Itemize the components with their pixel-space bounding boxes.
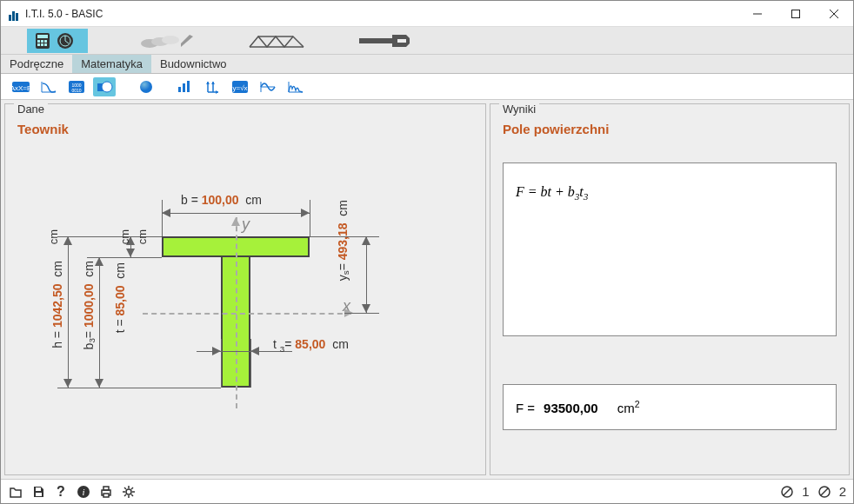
svg-rect-6 [37, 40, 40, 43]
tool-formula-icon[interactable]: y=√x [229, 77, 251, 96]
y-axis-label: y [242, 216, 250, 234]
svg-rect-5 [37, 35, 48, 38]
svg-rect-51 [103, 487, 109, 490]
app-icon [6, 7, 20, 21]
svg-rect-11 [44, 43, 47, 46]
tool-sine-icon[interactable] [257, 77, 279, 96]
content-area: Dane Teownik y x [1, 100, 853, 479]
results-panel-title: Pole powierzchni [503, 122, 837, 136]
svg-rect-21 [359, 38, 392, 43]
svg-text:0010: 0010 [71, 88, 81, 93]
maximize-button[interactable] [777, 1, 815, 27]
result-label: F = [516, 401, 540, 415]
svg-rect-33 [187, 81, 190, 92]
close-button[interactable] [815, 1, 853, 27]
data-panel-title: Teownik [17, 122, 473, 136]
category-toolbar [1, 27, 853, 55]
tool-binary-icon[interactable]: 10000010 [65, 77, 88, 96]
status-view1-num: 1 [802, 484, 809, 499]
tool-curve-icon[interactable] [37, 77, 60, 96]
status-bar: ? i 1 2 [1, 479, 853, 503]
status-help-icon[interactable]: ? [53, 484, 69, 500]
svg-line-63 [784, 488, 791, 495]
svg-line-61 [131, 487, 133, 489]
status-view1-icon[interactable] [779, 484, 795, 500]
tool-axes-icon[interactable] [201, 77, 224, 96]
tool-solve-icon[interactable]: AxX=B [10, 77, 32, 96]
status-save-icon[interactable] [30, 484, 46, 500]
svg-text:i: i [82, 487, 84, 497]
dim-t3: t 3= 85,00 cm [273, 337, 349, 354]
status-open-icon[interactable] [8, 484, 23, 500]
svg-rect-9 [37, 43, 40, 46]
svg-point-29 [102, 82, 112, 92]
category-calculator[interactable] [27, 29, 88, 53]
svg-text:y=√x: y=√x [232, 84, 247, 92]
tsection-diagram: y x b = 100,00 cm [49, 165, 440, 478]
tab-bar: Podręczne Matematyka Budownictwo [1, 55, 853, 74]
tool-row: AxX=B 10000010 y=√x [1, 74, 853, 100]
status-view2-icon[interactable] [817, 484, 832, 500]
status-info-icon[interactable]: i [76, 484, 91, 500]
tool-sphere-icon[interactable] [135, 77, 157, 96]
tool-bars-icon[interactable] [173, 77, 196, 96]
svg-rect-22 [397, 39, 406, 43]
svg-rect-7 [41, 40, 43, 43]
title-bar: I.T.I. 5.0 - BASIC [1, 1, 853, 27]
svg-rect-8 [44, 40, 47, 43]
results-panel-legend: Wyniki [499, 103, 539, 116]
svg-point-18 [162, 36, 179, 44]
svg-rect-31 [178, 87, 181, 92]
dim-t: t = 85,00 cm [113, 262, 127, 333]
status-view2-num: 2 [839, 484, 846, 499]
tab-podreczne[interactable]: Podręczne [1, 55, 72, 73]
svg-line-65 [821, 488, 828, 495]
svg-rect-52 [103, 494, 109, 497]
formula-box: F = bt + b3t3 [503, 162, 837, 336]
svg-text:AxX=B: AxX=B [11, 84, 30, 92]
svg-rect-32 [183, 83, 185, 92]
svg-marker-38 [206, 82, 210, 84]
result-unit: cm2 [617, 401, 640, 415]
svg-marker-37 [216, 90, 218, 94]
tool-geometry-icon[interactable] [93, 77, 116, 96]
minimize-button[interactable] [738, 1, 777, 27]
status-settings-icon[interactable] [121, 484, 137, 500]
tab-budownictwo[interactable]: Budownictwo [151, 55, 236, 73]
window-title: I.T.I. 5.0 - BASIC [25, 8, 738, 20]
results-panel: Wyniki Pole powierzchni F = bt + b3t3 F … [490, 103, 850, 475]
dim-h: h = 1042,50 cm [50, 261, 64, 348]
svg-point-30 [140, 81, 152, 93]
svg-rect-10 [41, 43, 43, 46]
tab-matematyka[interactable]: Matematyka [72, 55, 151, 73]
dim-b3: b3= 1000,00 cm [82, 261, 97, 349]
category-truss[interactable] [246, 29, 307, 53]
status-print-icon[interactable] [98, 484, 114, 500]
data-panel: Dane Teownik y x [4, 103, 486, 475]
svg-rect-47 [36, 493, 42, 496]
svg-point-53 [126, 489, 131, 494]
category-materials[interactable] [137, 29, 197, 53]
data-panel-legend: Dane [14, 103, 48, 116]
svg-line-59 [131, 494, 133, 496]
result-value: 93500,00 [544, 401, 598, 415]
result-box: F = 93500,00 cm2 [503, 384, 837, 430]
svg-rect-1 [792, 10, 800, 17]
dim-ys: ys= 493,18 cm [336, 200, 350, 281]
dim-b: b = 100,00 cm [181, 193, 262, 207]
svg-line-60 [124, 494, 126, 496]
svg-rect-46 [36, 487, 41, 491]
tool-decay-icon[interactable] [284, 77, 307, 96]
formula-text: F = bt + b3t3 [516, 184, 588, 199]
svg-marker-39 [211, 82, 215, 84]
category-wrench[interactable] [356, 29, 417, 53]
svg-line-58 [124, 487, 126, 489]
